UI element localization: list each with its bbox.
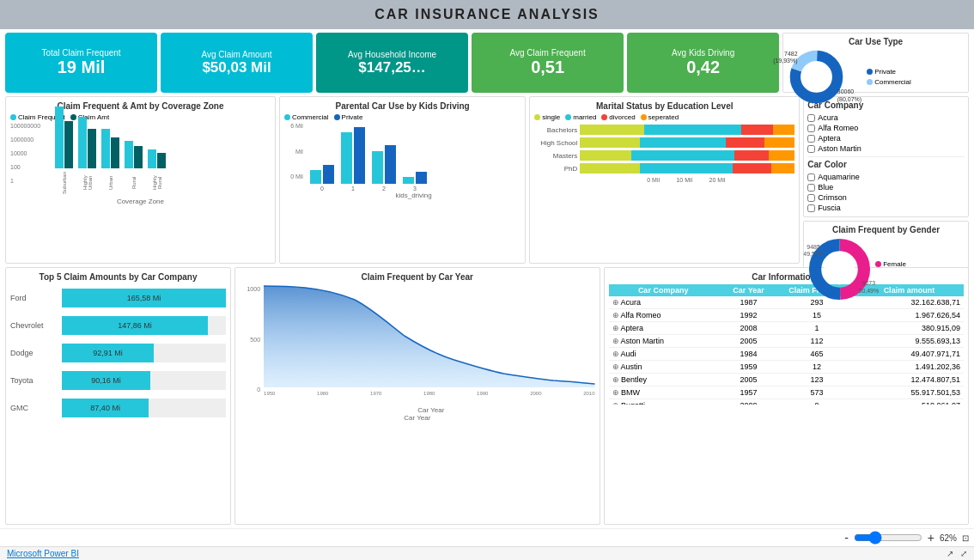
list-item: Chevrolet 147,86 Mi — [10, 316, 226, 335]
zoom-bar: - + 62% ⊡ — [0, 528, 974, 546]
col-header-company: Car Company — [609, 284, 718, 296]
kpi-avg-claim-freq: Avg Claim Frequent 0,51 — [472, 33, 624, 93]
table-row: ⊕ Bentley 2005 123 12.474.807,51 — [609, 374, 964, 387]
list-item: Toyota 90,16 Mi — [10, 371, 226, 390]
table-row: ⊕ Alfa Romeo 1992 15 1.967.626,54 — [609, 309, 964, 322]
svg-point-2 — [803, 64, 830, 90]
color-blue-check[interactable] — [807, 184, 815, 192]
list-item: Dodge 92,91 Mi — [10, 344, 226, 362]
list-item: GMC 87,40 Mi — [10, 399, 226, 417]
car-info-panel: Car Informations Car Company Car Year Cl… — [604, 267, 969, 525]
kpi-avg-household: Avg Household Income $147,25… — [316, 33, 468, 93]
page-title: CAR INSURANCE ANALYSIS — [0, 0, 974, 29]
table-row: ⊕ Aptera 2008 1 380.915,09 — [609, 322, 964, 335]
car-company-filter-panel: Car Company Acura Alfa Romeo Aptera Asto… — [803, 96, 969, 217]
bottom-bar: Microsoft Power BI ↗ ⤢ — [0, 546, 974, 560]
powerbi-link[interactable]: Microsoft Power BI — [7, 549, 79, 558]
car-company-list: Acura Alfa Romeo Aptera Aston Martin — [807, 113, 965, 154]
kpi-avg-kids: Avg Kids Driving 0,42 — [627, 33, 779, 93]
car-company-alfa-check[interactable] — [807, 125, 815, 132]
color-aquamarine-check[interactable] — [807, 173, 815, 181]
area-chart-svg — [264, 284, 594, 387]
share-icon[interactable]: ↗ — [947, 549, 953, 558]
table-row: ⊕ Austin 1959 12 1.491.202,36 — [609, 361, 964, 374]
fit-page-icon[interactable]: ⊡ — [962, 533, 969, 543]
parental-car-use-panel: Parental Car Use by Kids Driving Commerc… — [279, 96, 526, 264]
fullscreen-icon[interactable]: ⤢ — [960, 549, 967, 558]
svg-point-5 — [825, 254, 855, 285]
car-company-aptera-check[interactable] — [807, 135, 815, 143]
car-company-acura-check[interactable] — [807, 114, 815, 122]
zoom-minus[interactable]: - — [844, 531, 849, 545]
zoom-level: 62% — [940, 533, 957, 543]
table-row: ⊕ Audi 1984 465 49.407.971,71 — [609, 348, 964, 361]
table-row: ⊕ Aston Martin 2005 112 9.555.693,13 — [609, 335, 964, 348]
car-color-list: Aquamarine Blue Crimson Fuscia — [807, 172, 965, 213]
table-row: ⊕ BMW 1957 573 55.917.501,53 — [609, 387, 964, 399]
table-row: ⊕ Acura 1987 293 32.162.638,71 — [609, 296, 964, 309]
list-item: Ford 165,58 Mi — [10, 289, 226, 307]
color-fuscia-check[interactable] — [807, 204, 815, 212]
car-use-type-panel: Car Use Type 7482 (19,93%) 3 — [782, 33, 969, 93]
zoom-slider[interactable] — [854, 531, 922, 545]
table-row: ⊕ Bugatti 2009 9 518.961,97 — [609, 399, 964, 405]
marital-status-panel: Marital Status by Education Level single… — [529, 96, 800, 264]
col-header-year: Car Year — [718, 284, 780, 296]
color-crimson-check[interactable] — [807, 194, 815, 202]
coverage-zone-panel: Claim Frequent & Amt by Coverage Zone Cl… — [5, 96, 276, 264]
kpi-total-claim: Total Claim Frequent 19 Mil — [5, 33, 157, 93]
car-company-aston-check[interactable] — [807, 145, 815, 153]
top5-panel: Top 5 Claim Amounts by Car Company Ford … — [5, 267, 231, 525]
claim-by-year-panel: Claim Frequent by Car Year 1000 500 0 — [234, 267, 600, 525]
zoom-plus[interactable]: + — [928, 531, 934, 545]
kpi-avg-claim-amt: Avg Claim Amount $50,03 Mil — [161, 33, 313, 93]
